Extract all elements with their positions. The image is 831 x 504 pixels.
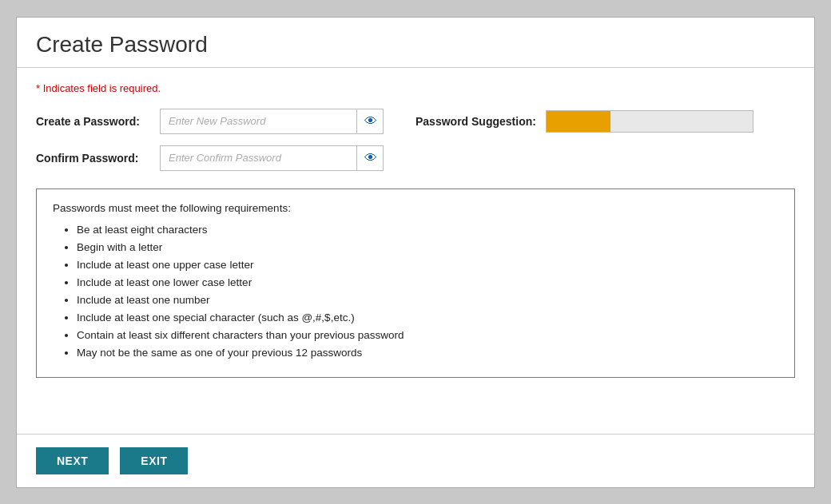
password-strength-bar	[546, 110, 753, 133]
list-item: May not be the same as one of your previ…	[77, 347, 778, 359]
create-password-label: Create a Password:	[36, 115, 160, 128]
requirements-list: Be at least eight charactersBegin with a…	[53, 224, 778, 359]
page-header: Create Password	[17, 18, 814, 68]
confirm-password-input[interactable]	[160, 145, 384, 171]
password-suggestion-label: Password Suggestion:	[416, 115, 536, 128]
list-item: Include at least one lower case letter	[77, 276, 778, 288]
requirements-title: Passwords must meet the following requir…	[53, 202, 778, 214]
exit-button[interactable]: EXIT	[120, 447, 188, 474]
toggle-confirm-password-visibility-button[interactable]: 👁	[356, 145, 384, 171]
list-item: Include at least one special character (…	[77, 312, 778, 323]
password-strength-fill	[547, 111, 610, 132]
create-password-row: Create a Password: 👁 Password Suggestion…	[36, 109, 795, 134]
password-suggestion-section: Password Suggestion:	[416, 110, 753, 133]
list-item: Include at least one upper case letter	[77, 259, 778, 271]
list-item: Include at least one number	[77, 294, 778, 306]
eye-icon-confirm: 👁	[364, 151, 377, 165]
list-item: Be at least eight characters	[77, 224, 778, 236]
main-window: Create Password * Indicates field is req…	[16, 17, 815, 488]
next-button[interactable]: NEXT	[36, 447, 109, 474]
confirm-password-label: Confirm Password:	[36, 152, 160, 165]
list-item: Begin with a letter	[77, 241, 778, 253]
required-note: * Indicates field is required.	[36, 82, 795, 94]
page-footer: NEXT EXIT	[17, 434, 814, 487]
toggle-password-visibility-button[interactable]: 👁	[356, 109, 384, 134]
create-password-input-wrapper: 👁	[160, 109, 384, 134]
confirm-password-row: Confirm Password: 👁	[36, 145, 795, 171]
page-body: * Indicates field is required. Create a …	[17, 68, 814, 434]
page-title: Create Password	[36, 32, 795, 58]
list-item: Contain at least six different character…	[77, 329, 778, 341]
create-password-input[interactable]	[160, 109, 384, 134]
eye-icon: 👁	[364, 114, 377, 129]
requirements-box: Passwords must meet the following requir…	[36, 189, 795, 378]
confirm-password-input-wrapper: 👁	[160, 145, 384, 171]
